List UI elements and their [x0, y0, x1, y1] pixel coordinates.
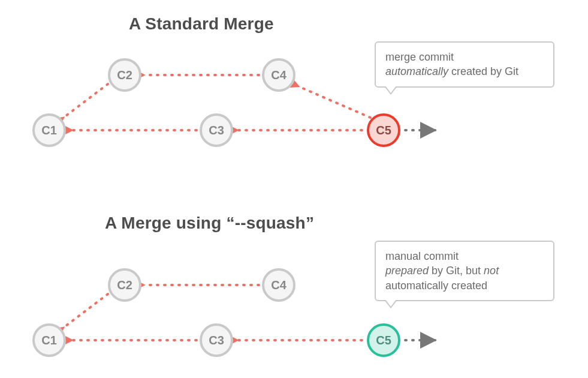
diagram-canvas: { "titles": { "standard": "A Standard Me… [0, 0, 588, 378]
commit-c2-standard: C2 [108, 58, 141, 92]
callout-text: created by Git [448, 65, 518, 77]
commit-c5-squash: C5 [367, 323, 400, 357]
callout-text: by Git, but [429, 265, 484, 277]
title-standard-merge: A Standard Merge [129, 14, 274, 34]
callout-squash: manual commit prepared by Git, but not a… [375, 241, 554, 301]
commit-label: C2 [117, 68, 132, 82]
commit-c3-standard: C3 [200, 113, 233, 147]
callout-line: automatically created [385, 278, 544, 293]
commit-label: C4 [271, 68, 287, 82]
callout-em: prepared [385, 265, 429, 277]
commit-label: C1 [41, 124, 57, 137]
callout-em: automatically [385, 65, 448, 77]
commit-c2-squash: C2 [108, 268, 141, 302]
callout-standard: merge commit automatically created by Gi… [375, 41, 554, 88]
commit-c3-squash: C3 [200, 323, 233, 357]
commit-c5-standard: C5 [367, 113, 400, 147]
title-squash-merge: A Merge using “--squash” [105, 214, 314, 233]
svg-line-6 [64, 294, 108, 328]
svg-line-2 [298, 86, 370, 118]
commit-c1-squash: C1 [32, 323, 66, 357]
commit-label: C3 [209, 334, 224, 347]
callout-line: automatically created by Git [385, 64, 544, 79]
commit-label: C3 [209, 124, 224, 137]
commit-c4-squash: C4 [262, 268, 295, 302]
commit-label: C5 [376, 124, 391, 137]
callout-line: prepared by Git, but not [385, 263, 544, 278]
callout-line: manual commit [385, 249, 544, 263]
commit-label: C5 [376, 334, 391, 347]
commit-label: C2 [117, 278, 132, 292]
commit-c4-standard: C4 [262, 58, 295, 92]
svg-line-0 [64, 84, 108, 118]
commit-label: C4 [271, 278, 287, 292]
callout-line: merge commit [385, 50, 544, 64]
callout-em: not [484, 265, 499, 277]
commit-c1-standard: C1 [32, 113, 66, 147]
commit-label: C1 [41, 334, 57, 347]
